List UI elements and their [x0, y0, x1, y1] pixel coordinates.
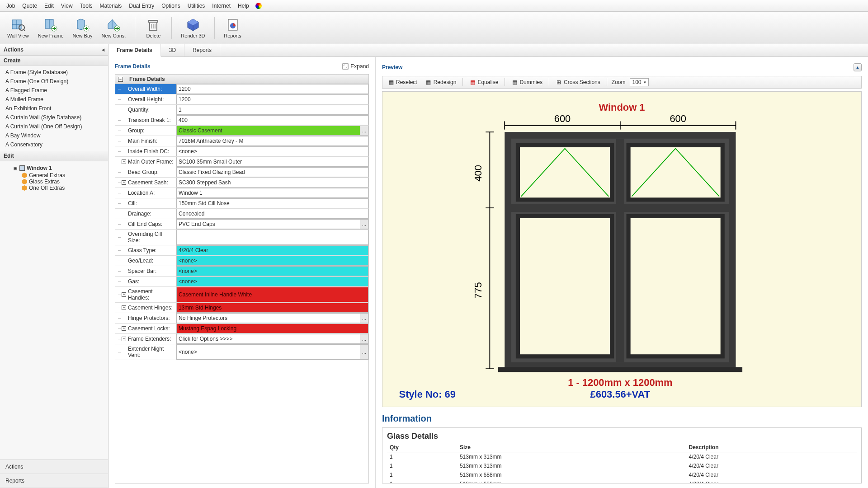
property-value[interactable]: 1200 [176, 84, 368, 94]
property-value[interactable]: Classic Casement… [176, 126, 368, 136]
create-item[interactable]: A Mulled Frame [0, 95, 108, 104]
preview-collapse-button[interactable]: ▲ [854, 63, 862, 71]
property-row[interactable]: ┄Gas:<none> [115, 277, 368, 287]
expand-property-icon[interactable]: + [122, 305, 126, 310]
wall-view-button[interactable]: Wall View [3, 16, 33, 40]
ellipsis-button[interactable]: … [360, 126, 368, 135]
property-row[interactable]: ┄Quantity:1 [115, 105, 368, 115]
information-body[interactable]: Glass Details Qty Size Description 1513m… [382, 427, 862, 483]
property-row[interactable]: ┄Main Finish:7016M Anthracite Grey - M [115, 136, 368, 146]
property-value[interactable]: 400 [176, 115, 368, 125]
property-value[interactable]: <none>… [176, 344, 368, 360]
zoom-dropdown[interactable]: 100▼ [630, 78, 649, 86]
property-row[interactable]: ┄Bead Group:Classic Fixed Glazing Bead [115, 167, 368, 178]
redesign-button[interactable]: ▦Redesign [424, 78, 458, 86]
property-value[interactable]: 4/20/4 Clear [176, 245, 368, 255]
menu-materials[interactable]: Materials [96, 1, 126, 10]
property-row[interactable]: ┄+Frame Extenders:Click for Options >>>>… [115, 334, 368, 344]
property-row[interactable]: ┄+Casement Sash:SC300 Stepped Sash [115, 178, 368, 188]
menu-help[interactable]: Help [234, 1, 253, 10]
ellipsis-button[interactable]: … [360, 314, 368, 323]
expand-property-icon[interactable]: + [122, 160, 126, 164]
property-value[interactable]: Mustang Espag Locking [176, 324, 368, 333]
property-row[interactable]: ┄Extender Night Vent:<none>… [115, 344, 368, 360]
property-row[interactable]: ┄Group:Classic Casement… [115, 126, 368, 136]
reselect-button[interactable]: ▦Reselect [386, 78, 419, 86]
create-item[interactable]: A Curtain Wall (One Off Design) [0, 122, 108, 131]
collapse-group-icon[interactable]: − [118, 77, 123, 82]
property-row[interactable]: ┄+Main Outer Frame:SC100 35mm Small Oute… [115, 157, 368, 167]
expand-property-icon[interactable]: + [122, 326, 126, 331]
property-row[interactable]: ┄Overall Height:1200 [115, 94, 368, 105]
property-value[interactable]: Classic Fixed Glazing Bead [176, 167, 368, 177]
ellipsis-button[interactable]: … [360, 220, 368, 229]
create-item[interactable]: A Curtain Wall (Style Database) [0, 113, 108, 122]
properties-grid[interactable]: − Frame Details ┄Overall Width:1200┄Over… [115, 74, 369, 483]
property-row[interactable]: ┄Glass Type:4/20/4 Clear [115, 245, 368, 256]
property-row[interactable]: ┄Cill End Caps:PVC End Caps… [115, 219, 368, 230]
new-cons-button[interactable]: New Cons. [97, 16, 131, 40]
property-value[interactable]: <none> [176, 256, 368, 266]
property-value[interactable]: Click for Options >>>>… [176, 334, 368, 344]
create-item[interactable]: A Flagged Frame [0, 86, 108, 95]
menu-view[interactable]: View [57, 1, 76, 10]
property-row[interactable]: ┄Overriding Cill Size: [115, 230, 368, 245]
menu-tools[interactable]: Tools [76, 1, 96, 10]
collapse-sidebar-icon[interactable]: ◂ [102, 47, 104, 53]
menu-job[interactable]: Job [3, 1, 19, 10]
menu-internet[interactable]: Internet [208, 1, 234, 10]
ellipsis-button[interactable]: … [360, 345, 368, 359]
property-row[interactable]: ┄+Casement Hinges:13mm Std Hinges [115, 303, 368, 313]
create-item[interactable]: A Bay Window [0, 131, 108, 140]
ellipsis-button[interactable]: … [360, 334, 368, 343]
property-value[interactable]: <none> [176, 277, 368, 286]
property-row[interactable]: ┄Location A:Window 1 [115, 188, 368, 198]
property-value[interactable]: 1 [176, 105, 368, 115]
property-row[interactable]: ┄Transom Break 1:400 [115, 115, 368, 126]
property-value[interactable]: <none> [176, 146, 368, 156]
menu-edit[interactable]: Edit [41, 1, 57, 10]
tree-one-off-extras[interactable]: One Off Extras [5, 185, 104, 191]
property-value[interactable]: 13mm Std Hinges [176, 303, 368, 313]
dummies-button[interactable]: ▦Dummies [509, 78, 544, 86]
expand-button[interactable]: Expand [342, 63, 369, 70]
new-frame-button[interactable]: New Frame [33, 16, 68, 40]
property-value[interactable]: Casement Inline Handle White [176, 287, 368, 302]
property-value[interactable]: Concealed [176, 209, 368, 219]
menu-utilities[interactable]: Utilities [184, 1, 209, 10]
property-row[interactable]: ┄+Casement Handles:Casement Inline Handl… [115, 287, 368, 303]
create-item[interactable]: A Frame (One Off Design) [0, 77, 108, 86]
cross-sections-button[interactable]: ⊞Cross Sections [554, 78, 602, 86]
property-row[interactable]: ┄Inside Finish DC:<none> [115, 146, 368, 157]
tree-general-extras[interactable]: General Extras [5, 172, 104, 178]
menu-quote[interactable]: Quote [19, 1, 41, 10]
tab-reports[interactable]: Reports [184, 44, 220, 56]
property-row[interactable]: ┄Overall Width:1200 [115, 84, 368, 94]
expand-property-icon[interactable]: + [122, 292, 126, 297]
property-value[interactable]: PVC End Caps… [176, 219, 368, 229]
property-row[interactable]: ┄Hinge Protectors:No Hinge Protectors… [115, 313, 368, 324]
property-row[interactable]: ┄Cill:150mm Std Cill Nose [115, 198, 368, 209]
tab-3d[interactable]: 3D [161, 44, 184, 56]
tree-window-1[interactable]: ▣Window 1 [5, 164, 104, 172]
render-3d-button[interactable]: Render 3D [176, 16, 209, 40]
property-value[interactable] [176, 230, 368, 245]
preview-canvas[interactable]: Window 1 600 600 400 775 [382, 91, 862, 407]
sidebar-tab-reports[interactable]: Reports [0, 474, 108, 488]
property-row[interactable]: ┄Spacer Bar:<none> [115, 266, 368, 277]
grid-group-header[interactable]: − Frame Details [115, 75, 368, 84]
expand-property-icon[interactable]: + [122, 180, 126, 185]
reports-button[interactable]: Reports [219, 16, 246, 40]
property-value[interactable]: SC300 Stepped Sash [176, 178, 368, 188]
property-row[interactable]: ┄Geo/Lead:<none> [115, 256, 368, 266]
property-value[interactable]: 1200 [176, 94, 368, 104]
tree-glass-extras[interactable]: Glass Extras [5, 178, 104, 185]
property-value[interactable]: Window 1 [176, 188, 368, 198]
property-value[interactable]: <none> [176, 266, 368, 276]
create-item[interactable]: An Exhibition Front [0, 104, 108, 113]
create-item[interactable]: A Frame (Style Database) [0, 68, 108, 77]
new-bay-button[interactable]: New Bay [68, 16, 97, 40]
property-row[interactable]: ┄+Casement Locks:Mustang Espag Locking [115, 324, 368, 334]
property-value[interactable]: 7016M Anthracite Grey - M [176, 136, 368, 146]
expand-property-icon[interactable]: + [122, 337, 126, 341]
